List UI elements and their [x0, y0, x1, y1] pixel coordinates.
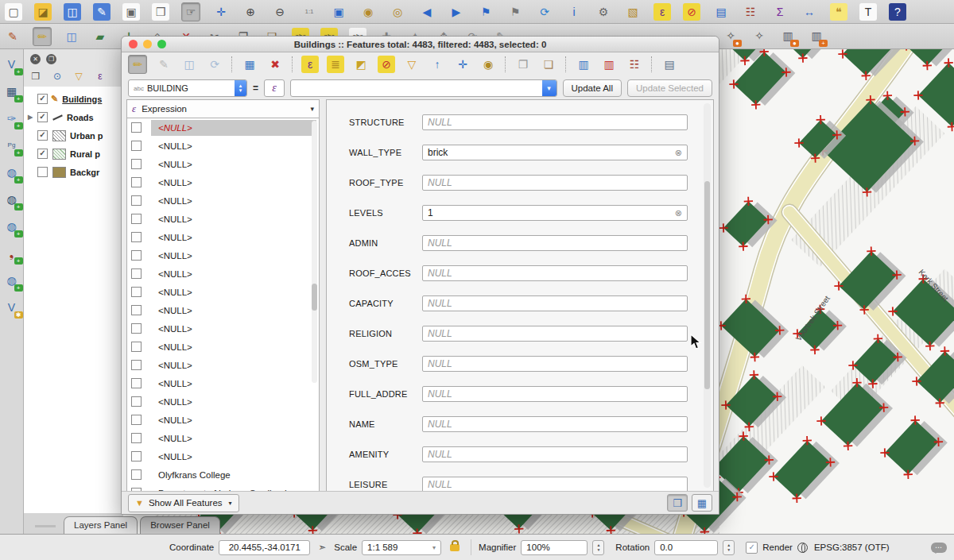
new-project-icon[interactable]: ▢ [5, 3, 22, 21]
layer-checkbox[interactable]: ✓ [37, 130, 48, 141]
field-input-roof_type[interactable]: NULL [422, 175, 688, 191]
feature-checkbox[interactable] [131, 122, 142, 133]
layer-item-backgr[interactable]: Backgr [24, 163, 122, 181]
add-delimited-text-icon[interactable]: ✑+ [3, 110, 21, 127]
expression-filter-icon[interactable]: ε [93, 69, 107, 83]
feature-row[interactable]: <NULL> [127, 374, 319, 392]
feature-row[interactable]: <NULL> [127, 301, 319, 319]
add-wms-layer-icon[interactable]: ◍+ [3, 218, 21, 235]
open-attribute-table-icon[interactable]: ▤ [712, 3, 730, 21]
layer-checkbox[interactable]: ✓ [37, 149, 48, 159]
new-field-icon[interactable]: ▥ [575, 56, 592, 73]
feature-checkbox[interactable] [131, 451, 142, 462]
manage-visibility-icon[interactable]: ⊙ [50, 69, 64, 83]
field-input-structure[interactable]: NULL [422, 114, 688, 130]
multiedit-icon[interactable]: ✎ [155, 56, 173, 73]
feature-checkbox[interactable] [131, 250, 142, 261]
feature-row[interactable]: <NULL> [127, 283, 319, 301]
move-selection-top-icon[interactable]: ↑ [429, 56, 446, 73]
layer-item-roads[interactable]: ▶✓Roads [24, 108, 122, 126]
feature-row[interactable]: <NULL> [127, 118, 319, 137]
field-input-amenity[interactable]: NULL [422, 446, 688, 462]
combo-spinner-icon[interactable]: ▲▼ [235, 80, 246, 96]
zoom-in-icon[interactable]: ⊕ [242, 3, 259, 21]
feature-row[interactable]: <NULL> [127, 155, 319, 173]
field-input-religion[interactable]: NULL [422, 326, 688, 342]
feature-row[interactable]: <NULL> [127, 356, 319, 374]
zoom-next-icon[interactable]: ▶ [448, 3, 465, 21]
clear-icon[interactable]: ⊗ [675, 208, 682, 218]
feature-checkbox[interactable] [131, 159, 142, 169]
current-edits-icon[interactable]: ✎ [4, 28, 21, 45]
rotation-input[interactable]: 0.0 [654, 540, 718, 555]
magnifier-spinner[interactable]: ▲▼ [592, 540, 604, 555]
pan-map-icon[interactable]: ☞ [181, 2, 200, 21]
update-all-button[interactable]: Update All [563, 79, 622, 97]
field-input-osm_type[interactable]: NULL [422, 356, 688, 372]
toggle-editing-icon[interactable]: ✏ [128, 55, 147, 74]
show-bookmarks-icon[interactable]: ⚑ [506, 3, 524, 21]
zoom-to-selection-icon[interactable]: ◉ [359, 3, 377, 21]
save-project-icon[interactable]: ◫ [64, 3, 81, 21]
field-input-capacity[interactable]: NULL [422, 295, 688, 311]
delete-field-icon[interactable]: ▥ [600, 56, 618, 73]
help-icon[interactable]: ? [889, 3, 906, 21]
list-scrollbar[interactable] [312, 121, 317, 383]
feature-row[interactable]: <NULL> [127, 210, 319, 228]
feature-row[interactable]: <NULL> [127, 411, 319, 429]
field-input-admin[interactable]: NULL [422, 235, 688, 251]
feature-row[interactable]: <NULL> [127, 246, 319, 265]
field-value-input[interactable]: ▾ [290, 79, 557, 97]
feature-row[interactable]: <NULL> [127, 137, 319, 155]
feature-checkbox[interactable] [131, 195, 142, 206]
feature-checkbox[interactable] [131, 360, 142, 370]
close-button[interactable] [129, 40, 138, 48]
scale-combo[interactable]: 1:1 589▾ [362, 540, 441, 555]
crs-status[interactable]: EPSG:3857 (OTF) [814, 543, 890, 552]
feature-checkbox[interactable] [131, 433, 142, 443]
zoom-to-selection-icon[interactable]: ◉ [479, 56, 497, 73]
layer-item-rural-p[interactable]: ✓Rural p [24, 145, 122, 163]
tab-browser-panel[interactable]: Browser Panel [140, 516, 220, 534]
new-print-layout-icon[interactable]: ▣ [122, 3, 140, 21]
reload-icon[interactable]: ⟳ [206, 56, 223, 73]
add-spatialite-layer-icon[interactable]: ◍+ [3, 164, 21, 181]
panel-close-icon[interactable]: ✕ [30, 54, 41, 64]
feature-checkbox[interactable] [131, 342, 142, 352]
field-input-name[interactable]: NULL [422, 416, 688, 432]
scale-lock-icon[interactable] [450, 544, 460, 551]
expression-builder-button[interactable]: ε [264, 79, 285, 97]
pan-to-selection-icon[interactable]: ✛ [212, 3, 230, 21]
new-bookmark-icon[interactable]: ⚑ [477, 3, 494, 21]
feature-row[interactable]: <NULL> [127, 173, 319, 191]
select-all-icon[interactable]: ≣ [327, 56, 344, 73]
coordinate-input[interactable]: 20.4455,-34.0171 [219, 540, 310, 555]
field-input-levels[interactable]: 1⊗ [422, 205, 688, 221]
messages-icon[interactable]: ⋯ [931, 543, 947, 553]
dialog-titlebar[interactable]: Buildings :: Features total: 4483, filte… [122, 37, 719, 52]
feature-row[interactable]: <NULL> [127, 447, 319, 465]
feature-checkbox[interactable] [131, 469, 142, 480]
refresh-icon[interactable]: ⟳ [536, 3, 553, 21]
panel-undock-icon[interactable]: ❐ [46, 54, 56, 64]
feature-checkbox[interactable] [131, 415, 142, 425]
layer-style-book-icon[interactable]: ▥● [779, 27, 797, 44]
select-features-icon[interactable]: ▧ [624, 3, 642, 21]
expander-icon[interactable]: ▶ [25, 114, 35, 121]
save-edits-icon[interactable]: ◫ [180, 56, 198, 73]
table-view-button[interactable]: ▦ [692, 494, 712, 512]
field-combo[interactable]: abc BUILDING ▲▼ [128, 79, 247, 97]
feature-row[interactable]: <NULL> [127, 228, 319, 246]
minimize-button[interactable] [143, 40, 152, 48]
field-calculator-icon[interactable]: ☷ [742, 3, 759, 21]
add-feature-icon[interactable]: ▰ [91, 28, 109, 45]
feature-checkbox[interactable] [131, 378, 142, 388]
open-project-icon[interactable]: ◪ [34, 3, 52, 21]
zoom-to-layer-icon[interactable]: ◎ [389, 3, 406, 21]
identify-features-icon[interactable]: i [565, 3, 583, 21]
layout-manager-icon[interactable]: ❒ [152, 3, 169, 21]
statistics-icon[interactable]: Σ [771, 3, 789, 21]
feature-checkbox[interactable] [131, 323, 142, 334]
feature-checkbox[interactable] [131, 232, 142, 242]
zoom-out-icon[interactable]: ⊖ [271, 3, 289, 21]
